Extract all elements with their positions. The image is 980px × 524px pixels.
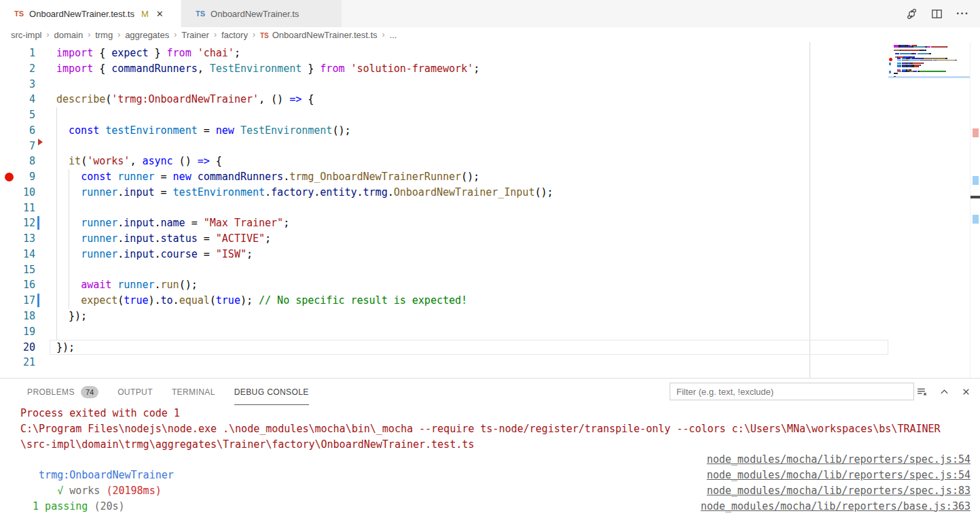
gutter[interactable]: 19 [0, 324, 56, 340]
minimap-line [901, 50, 920, 51]
gutter[interactable]: 17 [0, 293, 56, 309]
code-text [56, 200, 980, 216]
code-line-17[interactable]: 17 expect(true).to.equal(true); // No sp… [0, 293, 980, 309]
code-line-8[interactable]: 8 it('works', async () => { [0, 154, 980, 169]
code-line-21[interactable]: 21 [0, 355, 980, 370]
gutter[interactable]: 6 [0, 123, 56, 139]
gutter[interactable]: 3 [0, 77, 56, 92]
code-line-11[interactable]: 11 [0, 200, 980, 216]
code-token: () [173, 155, 198, 167]
stack-trace-link[interactable]: node_modules/mocha/lib/reporters/spec.js… [707, 452, 970, 468]
code-line-13[interactable]: 13 runner.input.status = "ACTIVE"; [0, 231, 980, 247]
code-line-4[interactable]: 4describe('trmg:OnboardNewTrainer', () =… [0, 92, 980, 107]
breadcrumb-item-trainer[interactable]: Trainer [181, 30, 209, 40]
code-line-5[interactable]: 5 [0, 107, 980, 123]
gutter[interactable]: 16 [0, 277, 56, 293]
gutter[interactable]: 9 [0, 169, 56, 185]
code-token: works [69, 485, 106, 497]
code-token: name [161, 217, 185, 229]
stack-trace-link[interactable]: node_modules/mocha/lib/reporters/spec.js… [707, 483, 970, 499]
code-line-10[interactable]: 10 runner.input = testEnvironment.factor… [0, 185, 980, 200]
gutter[interactable]: 20 [0, 340, 56, 355]
maximize-panel-icon[interactable] [939, 387, 949, 397]
stack-trace-link[interactable]: node_modules/mocha/lib/reporters/spec.js… [707, 468, 970, 483]
breadcrumb-item-domain[interactable]: domain [54, 30, 84, 40]
console-row: √ works (20198ms)node_modules/mocha/lib/… [0, 483, 980, 499]
code-token: "ACTIVE" [216, 232, 265, 245]
breadcrumb-item-src-impl[interactable]: src-impl [11, 30, 42, 40]
gutter[interactable]: 1 [0, 46, 56, 61]
gutter[interactable]: 12 [0, 215, 56, 231]
code-token: describe [56, 93, 105, 105]
tab-terminal[interactable]: TERMINAL [172, 379, 215, 405]
clear-console-icon[interactable] [916, 386, 928, 398]
breadcrumb-item-factory[interactable]: factory [221, 30, 248, 40]
minimap-line [918, 53, 929, 54]
overview-ruler[interactable] [970, 42, 980, 378]
code-editor[interactable]: 1import { expect } from 'chai';2import {… [0, 42, 980, 378]
tab-onboardnewtrainer-test-ts[interactable]: TS OnboardNewTrainer.test.ts M ✕ [0, 0, 181, 27]
code-token: , () [259, 93, 289, 105]
typescript-test-file-icon: TS [14, 10, 24, 18]
code-line-7[interactable]: 7 [0, 139, 980, 154]
gutter[interactable]: 8 [0, 154, 56, 169]
code-token [56, 248, 81, 260]
code-line-19[interactable]: 19 [0, 324, 980, 340]
minimap-line [894, 50, 900, 51]
code-line-14[interactable]: 14 runner.input.course = "ISW"; [0, 247, 980, 262]
split-editor-icon[interactable] [931, 8, 943, 20]
code-line-1[interactable]: 1import { expect } from 'chai'; [0, 46, 980, 61]
code-token: trmg:OnboardNewTrainer [20, 469, 174, 481]
breadcrumb-item-onboardnewtrainer-test-ts[interactable]: TSOnboardNewTrainer.test.ts [260, 30, 378, 40]
code-line-15[interactable]: 15 [0, 262, 980, 278]
gutter[interactable]: 4 [0, 92, 56, 107]
code-line-20[interactable]: 20}); [0, 340, 980, 355]
tab-problems[interactable]: PROBLEMS 74 [27, 379, 98, 405]
open-changes-icon[interactable] [906, 8, 918, 20]
gutter[interactable]: 18 [0, 309, 56, 324]
line-number: 11 [23, 202, 35, 214]
tab-debug-console[interactable]: DEBUG CONSOLE [234, 379, 309, 405]
gutter[interactable]: 11 [0, 200, 56, 216]
code-token: 1 passing [20, 500, 94, 512]
gutter[interactable]: 13 [0, 231, 56, 247]
gutter[interactable]: 2 [0, 61, 56, 77]
minimap-line [929, 53, 931, 54]
gutter[interactable]: 21 [0, 355, 56, 370]
breadcrumb-item-[interactable]: ... [390, 30, 397, 40]
gutter[interactable]: 7 [0, 139, 56, 154]
gutter[interactable]: 10 [0, 185, 56, 200]
breakpoint-icon[interactable] [5, 173, 14, 181]
code-line-16[interactable]: 16 await runner.run(); [0, 277, 980, 293]
code-line-3[interactable]: 3 [0, 77, 980, 92]
code-line-18[interactable]: 18 }); [0, 309, 980, 324]
more-actions-icon[interactable]: ··· [956, 10, 969, 17]
code-line-2[interactable]: 2import { commandRunners, TestEnvironmen… [0, 61, 980, 77]
code-text: }); [56, 309, 980, 324]
tab-onboardnewtrainer-ts[interactable]: TS OnboardNewTrainer.ts [181, 0, 342, 27]
minimap[interactable] [888, 42, 970, 378]
code-token: ( [117, 294, 124, 307]
code-token [111, 171, 117, 183]
console-filter-input[interactable] [670, 383, 914, 400]
stack-trace-link[interactable]: node_modules/mocha/lib/reporters/base.js… [701, 499, 970, 514]
line-number: 18 [23, 310, 35, 322]
close-panel-icon[interactable] [961, 387, 971, 397]
breadcrumb-label: ... [390, 30, 397, 40]
code-line-9[interactable]: 9 const runner = new commandRunners.trmg… [0, 169, 980, 185]
breadcrumb-item-aggregates[interactable]: aggregates [125, 30, 169, 40]
code-line-12[interactable]: 12 runner.input.name = "Max Trainer"; [0, 215, 980, 231]
minimap-line [925, 50, 926, 51]
code-token [56, 186, 81, 198]
close-icon[interactable]: ✕ [156, 9, 164, 19]
code-token: input [124, 186, 154, 198]
gutter[interactable]: 15 [0, 262, 56, 278]
code-token: input [124, 217, 154, 229]
vscode-window: { "palette": { "mauve": "#af00db", "blue… [0, 0, 980, 524]
breadcrumb-item-trmg[interactable]: trmg [95, 30, 113, 40]
gutter[interactable]: 14 [0, 247, 56, 262]
tab-output[interactable]: OUTPUT [117, 379, 153, 405]
code-token: ; [234, 47, 240, 59]
code-line-6[interactable]: 6 const testEnvironment = new TestEnviro… [0, 123, 980, 139]
gutter[interactable]: 5 [0, 107, 56, 123]
